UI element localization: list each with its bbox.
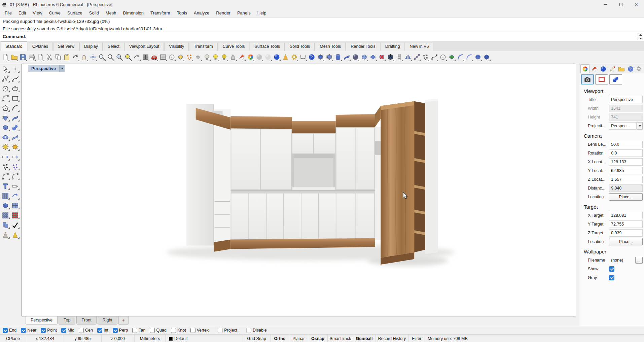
status-bar-cell[interactable]: z 0.000 [102, 335, 135, 342]
menu-item[interactable]: View [29, 9, 45, 16]
osnap-toggle[interactable]: Vertex [190, 328, 209, 333]
surface-grid-icon[interactable] [10, 201, 20, 210]
spiral-icon[interactable] [193, 53, 202, 62]
property-value-field[interactable]: 9.840 [609, 184, 643, 192]
lock-icon[interactable] [228, 53, 237, 62]
cplane-icon[interactable] [167, 53, 176, 62]
group-points-icon[interactable] [10, 162, 20, 171]
scroll-up-button[interactable] [638, 33, 643, 36]
blend-sphere-icon[interactable] [351, 53, 360, 62]
rotate-icon[interactable] [10, 191, 20, 200]
osnap-toggle[interactable]: Mid [61, 328, 74, 333]
checkbox[interactable] [609, 275, 614, 280]
panel-options-gear-icon[interactable] [636, 66, 642, 72]
osnap-checkbox[interactable] [3, 328, 8, 333]
dropdown-button[interactable] [637, 122, 643, 130]
property-value-field[interactable]: 1641 [609, 105, 643, 112]
viewport-tab[interactable]: Perspective [26, 316, 58, 324]
status-bar-cell[interactable]: Osnap [308, 335, 328, 342]
property-value-field[interactable]: Place... [609, 238, 643, 245]
polygon-icon[interactable] [1, 103, 10, 112]
open-file-icon[interactable] [10, 53, 19, 62]
viewport-3d-canvas[interactable]: Perspective [22, 64, 576, 316]
split-icon[interactable] [10, 152, 20, 161]
copy-array-icon[interactable] [1, 191, 10, 200]
osnap-toggle[interactable]: Cen [79, 328, 93, 333]
osnap-checkbox[interactable] [61, 328, 66, 333]
drip-icon[interactable] [10, 230, 20, 239]
trim-icon[interactable] [1, 152, 10, 161]
zoom-window-icon[interactable] [106, 53, 115, 62]
quilt-surface-icon[interactable] [10, 133, 20, 142]
menu-item[interactable]: Panels [234, 9, 254, 16]
sphere-tool-icon[interactable] [10, 123, 20, 132]
menu-item[interactable]: Tools [174, 9, 190, 16]
property-value-field[interactable]: 0.939 [609, 229, 643, 237]
viewport-tab[interactable]: Top [59, 316, 75, 324]
zoom-dynamic-icon[interactable] [97, 53, 106, 62]
status-bar-cell[interactable]: SmartTrack [328, 335, 353, 342]
undo-icon[interactable] [71, 53, 80, 62]
status-bar-cell[interactable]: Millimeters [135, 335, 166, 342]
viewport-menu-button[interactable] [59, 65, 65, 72]
lamp-dim-icon[interactable] [220, 53, 228, 62]
text-icon[interactable] [1, 181, 10, 191]
undo-view-icon[interactable] [132, 53, 141, 62]
toolbar-tab[interactable]: Transform [189, 42, 218, 51]
gumball-subtab-icon[interactable] [609, 74, 622, 84]
save-icon[interactable] [19, 53, 27, 62]
zoom-extents-icon[interactable] [115, 53, 123, 62]
status-bar-cell[interactable]: CPlane [0, 335, 26, 342]
box-solid-icon[interactable] [482, 53, 491, 62]
display-mode-icon[interactable] [237, 53, 246, 62]
render-icon[interactable] [150, 53, 158, 62]
osnap-checkbox[interactable] [113, 328, 118, 333]
osnap-toggle[interactable]: End [3, 328, 16, 333]
osnap-toggle[interactable]: Project [218, 328, 237, 333]
arc-icon[interactable] [1, 94, 10, 103]
lamp-off-icon[interactable] [202, 53, 211, 62]
shade-sphere-icon[interactable] [255, 53, 263, 62]
curve-icon[interactable] [10, 74, 20, 83]
osnap-checkbox[interactable] [218, 328, 223, 333]
menu-item[interactable]: Transform [147, 9, 174, 16]
viewport-layout-icon[interactable] [141, 53, 150, 62]
surface-patch-icon[interactable] [1, 113, 10, 122]
toolbar-tab[interactable]: Solid Tools [285, 42, 315, 51]
flow-icon[interactable] [1, 220, 10, 230]
solid-box-icon[interactable] [1, 201, 10, 210]
options-icon[interactable] [290, 53, 298, 62]
osnap-checkbox[interactable] [21, 328, 26, 333]
zoom-selected-icon[interactable] [123, 53, 132, 62]
property-value-field[interactable]: Perspec... [609, 122, 637, 130]
camera-subtab-icon[interactable] [581, 74, 594, 84]
viewport-subtab-icon[interactable] [595, 74, 608, 84]
osnap-checkbox[interactable] [132, 328, 137, 333]
viewport-title-label[interactable]: Perspective [28, 65, 59, 72]
osnap-toggle[interactable]: Knot [171, 328, 186, 333]
property-value-field[interactable]: 741 [609, 113, 643, 121]
ellipse-icon[interactable] [10, 84, 20, 93]
toolbar-tab[interactable]: New in V6 [405, 42, 433, 51]
checkbox[interactable] [609, 266, 614, 272]
materials-tab-icon[interactable] [608, 64, 617, 73]
array-icon[interactable] [1, 211, 10, 220]
box-tool-icon[interactable] [1, 123, 10, 132]
toolbar-tab[interactable]: Surface Tools [250, 42, 285, 51]
fillet-curve-icon[interactable] [1, 172, 10, 181]
osnap-checkbox[interactable] [171, 328, 176, 333]
property-value-field[interactable]: 0.0 [609, 149, 643, 157]
toolbar-tab[interactable]: Display [79, 42, 103, 51]
check-icon[interactable] [10, 220, 20, 230]
osnap-checkbox[interactable] [190, 328, 195, 333]
osnap-checkbox[interactable] [79, 328, 84, 333]
plane-icon[interactable] [368, 53, 377, 62]
osnap-checkbox[interactable] [150, 328, 155, 333]
browse-button[interactable]: ... [635, 257, 643, 264]
cylinder-icon[interactable] [333, 53, 342, 62]
export-icon[interactable] [36, 53, 45, 62]
status-bar-cell[interactable]: Grid Snap [243, 335, 271, 342]
property-value-field[interactable]: 128.081 [609, 212, 643, 219]
osnap-toggle[interactable]: Int [97, 328, 108, 333]
points-on-icon[interactable] [316, 53, 325, 62]
